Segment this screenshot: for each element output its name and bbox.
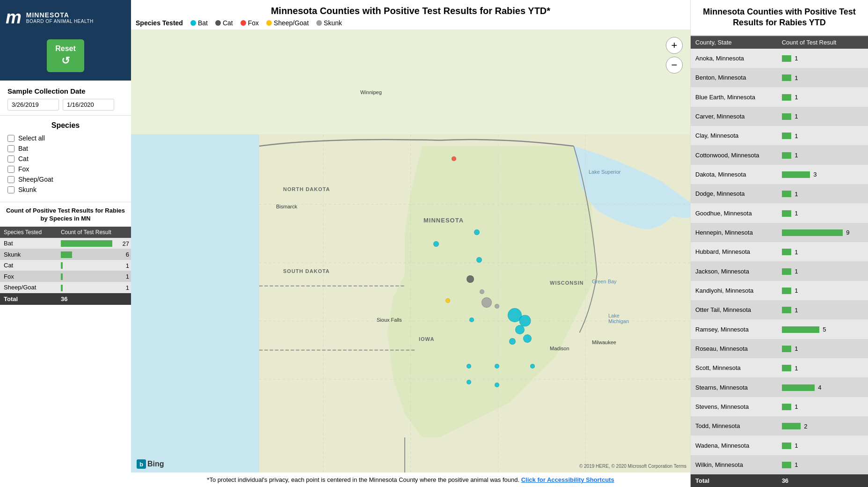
count-number: 6: [126, 251, 129, 258]
right-count-number: 1: [795, 461, 798, 468]
species-item-fox: Fox: [7, 165, 124, 173]
count-bar: [61, 251, 72, 258]
right-bar-cell: 1: [777, 145, 868, 164]
right-table-row: Hubbard, Minnesota 1: [691, 242, 868, 261]
right-bar-cell: 3: [777, 165, 868, 184]
right-bar-cell: 1: [777, 184, 868, 203]
right-bar: [782, 249, 791, 255]
count-number: 1: [126, 284, 129, 291]
right-table: County, State Count of Test Result Anoka…: [691, 36, 868, 487]
checkbox-skunk[interactable]: [7, 186, 15, 193]
right-bar-cell: 1: [777, 300, 868, 319]
right-table-row: Goodhue, Minnesota 1: [691, 203, 868, 222]
end-date-input[interactable]: [63, 99, 114, 111]
sidebar-white-area: Sample Collection Date Species Select al…: [0, 81, 131, 487]
right-bar-cell: 1: [777, 281, 868, 300]
map-dot: [481, 297, 492, 308]
right-bar-cell: 1: [777, 68, 868, 87]
right-bar-cell: 1: [777, 126, 868, 145]
right-count-number: 9: [846, 229, 849, 236]
count-bar-cell: 1: [57, 260, 131, 271]
svg-rect-1: [131, 30, 690, 134]
right-table-row: Ramsey, Minnesota 5: [691, 319, 868, 339]
right-table-row: Todd, Minnesota 2: [691, 416, 868, 435]
right-count-number: 4: [818, 384, 821, 391]
accessibility-link[interactable]: Click for Accessibility Shortcuts: [521, 476, 614, 483]
legend-cat: Cat: [215, 19, 233, 27]
logo-m-icon: m: [6, 8, 22, 26]
right-total-label: Total: [691, 474, 777, 487]
checkbox-bat[interactable]: [7, 145, 15, 152]
count-species-cell: Cat: [0, 260, 57, 271]
map-dot: [445, 298, 450, 303]
right-county-cell: Hubbard, Minnesota: [691, 242, 777, 261]
count-number: 1: [126, 273, 129, 280]
right-table-row: Dakota, Minnesota 3: [691, 165, 868, 184]
right-bar-cell: 1: [777, 203, 868, 222]
right-bar-cell: 5: [777, 319, 868, 339]
date-inputs: [7, 99, 124, 111]
right-county-cell: Dakota, Minnesota: [691, 165, 777, 184]
checkbox-select-all[interactable]: [7, 135, 15, 142]
count-species-cell: Bat: [0, 238, 57, 249]
sheepgoat-dot-icon: [266, 20, 272, 26]
right-bar-cell: 9: [777, 223, 868, 242]
map-dot: [467, 380, 471, 384]
reset-button[interactable]: Reset ↺: [47, 39, 84, 72]
count-col2-header: Count of Test Result: [57, 227, 131, 238]
right-bar-cell: 1: [777, 435, 868, 455]
right-bar: [782, 346, 791, 352]
count-table-row: Bat 27: [0, 238, 131, 249]
right-county-cell: Ramsey, Minnesota: [691, 319, 777, 339]
logo-subtitle: BOARD OF ANIMAL HEALTH: [26, 19, 94, 24]
right-count-number: 1: [795, 152, 798, 159]
map-dot: [467, 275, 474, 283]
checkbox-cat[interactable]: [7, 155, 15, 162]
right-county-cell: Wadena, Minnesota: [691, 435, 777, 455]
right-bar: [782, 268, 791, 275]
right-table-row: Roseau, Minnesota 1: [691, 339, 868, 358]
right-table-row: Wadena, Minnesota 1: [691, 435, 868, 455]
map-container[interactable]: + − Winnipeg NORTH DAKOTA SOUTH DAKOTA M…: [131, 30, 690, 472]
start-date-input[interactable]: [7, 99, 59, 111]
map-dot: [509, 338, 516, 345]
right-count-number: 1: [795, 133, 798, 140]
right-county-cell: Benton, Minnesota: [691, 68, 777, 87]
right-bar: [782, 443, 791, 449]
zoom-out-button[interactable]: −: [666, 57, 683, 74]
right-table-row: Stearns, Minnesota 4: [691, 377, 868, 397]
map-title: Minnesota Counties with Positive Test Re…: [131, 0, 690, 19]
right-bar: [782, 326, 819, 333]
right-county-cell: Stearns, Minnesota: [691, 377, 777, 397]
right-county-cell: Goodhue, Minnesota: [691, 203, 777, 222]
right-county-cell: Scott, Minnesota: [691, 358, 777, 377]
right-count-number: 1: [795, 365, 798, 372]
map-dot: [495, 364, 499, 369]
count-bar-cell: 1: [57, 282, 131, 293]
right-count-number: 1: [795, 55, 798, 62]
species-item-select-all: Select all: [7, 134, 124, 142]
right-bar: [782, 152, 791, 159]
logo-text: MINNESOTA BOARD OF ANIMAL HEALTH: [26, 11, 94, 24]
date-section: Sample Collection Date: [0, 81, 131, 116]
cat-dot-icon: [215, 20, 221, 26]
right-bar: [782, 55, 791, 62]
right-bar: [782, 133, 791, 139]
bing-label: Bing: [147, 460, 164, 468]
right-table-row: Cottonwood, Minnesota 1: [691, 145, 868, 164]
right-bar: [782, 462, 791, 468]
right-county-cell: Kandiyohi, Minnesota: [691, 281, 777, 300]
count-species-cell: Skunk: [0, 249, 57, 260]
fox-label: Fox: [18, 165, 29, 173]
right-table-row: Kandiyohi, Minnesota 1: [691, 281, 868, 300]
checkbox-fox[interactable]: [7, 166, 15, 173]
legend-skunk-label: Skunk: [324, 19, 342, 27]
count-table-row: Cat 1: [0, 260, 131, 271]
checkbox-sheepgoat[interactable]: [7, 176, 15, 183]
bat-label: Bat: [18, 145, 28, 152]
right-bar-cell: 1: [777, 261, 868, 280]
main-area: Minnesota Counties with Positive Test Re…: [131, 0, 690, 487]
zoom-in-button[interactable]: +: [666, 37, 683, 54]
count-total-label: Total: [0, 293, 57, 305]
right-county-cell: Roseau, Minnesota: [691, 339, 777, 358]
